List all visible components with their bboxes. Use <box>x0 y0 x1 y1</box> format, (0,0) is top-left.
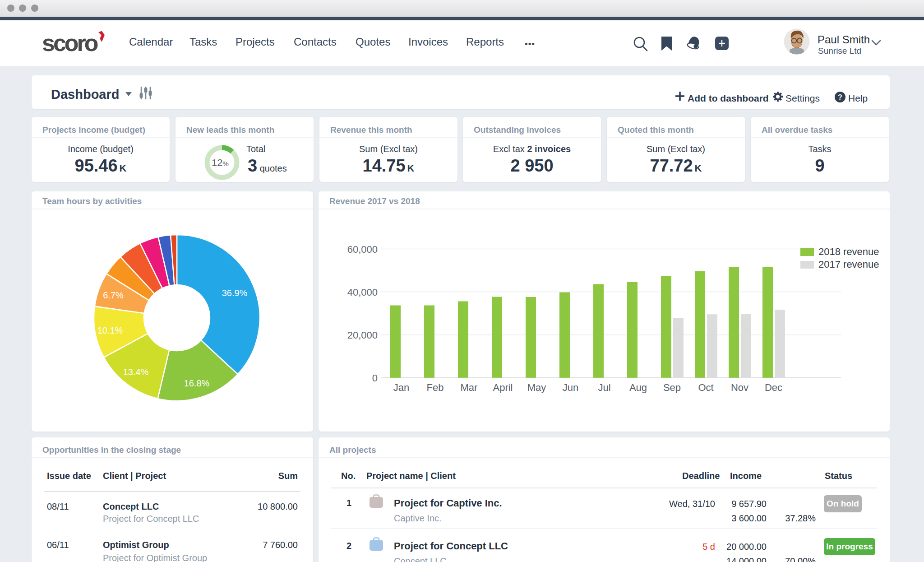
svg-text:April: April <box>493 382 513 393</box>
svg-text:60,000: 60,000 <box>347 244 378 255</box>
svg-text:10.1%: 10.1% <box>97 325 123 335</box>
svg-text:Oct: Oct <box>698 382 713 393</box>
svg-text:16.8%: 16.8% <box>184 378 210 388</box>
svg-text:Mar: Mar <box>461 382 478 393</box>
svg-text:Sep: Sep <box>663 382 681 393</box>
svg-text:Jan: Jan <box>393 382 409 393</box>
svg-text:Dec: Dec <box>765 382 782 393</box>
svg-text:2018 revenue: 2018 revenue <box>818 246 879 257</box>
svg-text:0: 0 <box>372 372 378 384</box>
svg-text:36.9%: 36.9% <box>222 288 248 298</box>
svg-text:Nov: Nov <box>731 382 748 393</box>
svg-text:20,000: 20,000 <box>347 330 378 341</box>
svg-text:40,000: 40,000 <box>347 287 378 298</box>
svg-text:Jul: Jul <box>598 382 610 393</box>
svg-text:12%: 12% <box>212 157 229 168</box>
svg-text:2017 revenue: 2017 revenue <box>818 259 879 270</box>
svg-text:?: ? <box>838 93 842 101</box>
svg-text:Aug: Aug <box>629 382 647 393</box>
svg-text:6.7%: 6.7% <box>103 290 124 300</box>
svg-text:May: May <box>527 382 546 393</box>
svg-text:Jun: Jun <box>563 382 578 393</box>
svg-text:13.4%: 13.4% <box>123 367 149 377</box>
svg-text:Feb: Feb <box>427 382 444 393</box>
